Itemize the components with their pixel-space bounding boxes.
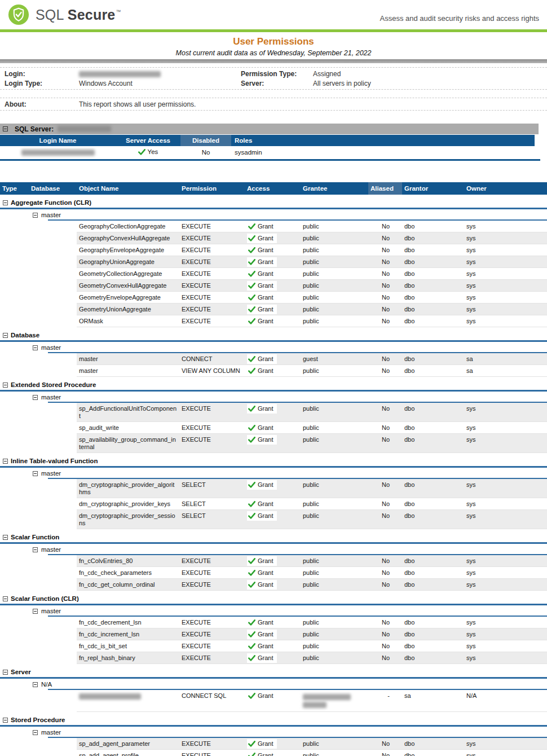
database-cell	[29, 498, 77, 510]
page-title: User Permissions	[0, 36, 547, 47]
type-cell	[0, 510, 29, 529]
access-value: Grant	[258, 318, 274, 325]
aliased-cell: No	[368, 510, 402, 529]
aliased-cell: No	[368, 750, 402, 756]
green-check-icon	[248, 425, 255, 431]
collapse-minus-icon[interactable]	[3, 459, 8, 464]
type-cell	[0, 403, 29, 422]
type-cell	[0, 640, 29, 652]
green-check-icon	[248, 570, 255, 576]
collapse-minus-icon[interactable]	[33, 213, 38, 218]
database-group-header[interactable]: master	[0, 605, 547, 616]
type-group-label: Database	[11, 332, 39, 339]
type-group-header[interactable]: Aggregate Function (CLR)	[0, 197, 547, 208]
roles-cell: sysadmin	[231, 149, 535, 156]
access-cell: Grant	[245, 690, 301, 712]
aliased-cell: No	[368, 280, 402, 292]
access-value: Grant	[258, 569, 274, 577]
collapse-minus-icon[interactable]	[3, 596, 8, 601]
permission-type-section: Scalar Function (CLR) master fn_cdc_decr…	[0, 593, 547, 664]
collapse-minus-icon[interactable]	[33, 730, 38, 735]
collapse-minus-icon[interactable]	[3, 535, 8, 540]
collapse-minus-icon[interactable]	[33, 345, 38, 350]
database-group-header[interactable]: master	[0, 209, 547, 219]
collapse-minus-icon[interactable]	[3, 670, 8, 675]
collapse-minus-icon[interactable]	[3, 200, 8, 205]
green-check-icon	[248, 501, 255, 507]
grantee-cell: public	[301, 628, 368, 640]
grantee-cell: public	[301, 304, 368, 315]
collapse-minus-icon[interactable]	[3, 333, 8, 338]
database-cell	[29, 628, 77, 640]
database-group-header[interactable]: master	[0, 544, 547, 554]
green-check-icon	[248, 482, 255, 488]
object-name-cell: sp_add_agent_profile	[77, 750, 179, 756]
database-group-label: master	[41, 470, 61, 477]
type-group-label: Extended Stored Procedure	[11, 381, 96, 388]
collapse-minus-icon[interactable]	[33, 682, 38, 687]
object-name-cell: master	[77, 365, 179, 377]
type-cell	[0, 555, 29, 567]
type-group-header[interactable]: Server	[0, 666, 547, 677]
collapse-minus-icon[interactable]	[3, 126, 8, 131]
collapse-minus-icon[interactable]	[33, 547, 38, 552]
type-group-header[interactable]: Extended Stored Procedure	[0, 379, 547, 390]
permission-type-section: Inline Table-valued Function master dm_c…	[0, 455, 547, 529]
col-roles: Roles	[231, 137, 535, 144]
access-cell: Grant	[245, 434, 301, 453]
database-group-label: master	[41, 729, 61, 736]
green-check-icon	[248, 619, 255, 626]
sql-server-group-header[interactable]: SQL Server:	[0, 124, 539, 134]
type-group-header[interactable]: Scalar Function	[0, 531, 547, 542]
collapse-minus-icon[interactable]	[3, 383, 8, 388]
collapse-minus-icon[interactable]	[33, 395, 38, 400]
access-value: Grant	[258, 436, 274, 443]
database-group-header[interactable]: master	[0, 392, 547, 402]
permission-cell: VIEW ANY COLUMN	[179, 365, 245, 377]
access-cell: Grant	[245, 292, 301, 304]
login-type-label: Login Type:	[5, 80, 79, 87]
collapse-minus-icon[interactable]	[33, 609, 38, 614]
type-group-header[interactable]: Database	[0, 329, 547, 340]
permissions-table-header: Type Database Object Name Permission Acc…	[0, 182, 547, 195]
section-rows: sp_add_agent_parameter EXECUTE Grant pub…	[0, 738, 547, 756]
access-cell: Grant	[245, 567, 301, 579]
type-group-header[interactable]: Scalar Function (CLR)	[0, 593, 547, 604]
grantee-cell: public	[301, 256, 368, 268]
type-cell	[0, 498, 29, 510]
permission-cell: EXECUTE	[179, 628, 245, 640]
collapse-minus-icon[interactable]	[3, 718, 8, 723]
server-label: Server:	[241, 80, 313, 87]
object-name-cell: fn_cdc_increment_lsn	[77, 628, 179, 640]
access-value: Grant	[258, 512, 274, 520]
report-subtitle: Most current audit data as of Wednesday,…	[0, 49, 547, 57]
database-group-header[interactable]: master	[0, 468, 547, 478]
permission-row: GeometryEnvelopeAggregate EXECUTE Grant …	[0, 292, 547, 304]
database-cell	[29, 640, 77, 652]
access-cell: Grant	[245, 221, 301, 232]
green-check-icon	[248, 306, 255, 313]
type-cell	[0, 365, 29, 377]
permission-cell: SELECT	[179, 479, 245, 498]
permission-row: fn_repl_hash_binary EXECUTE Grant public…	[0, 652, 547, 664]
database-group-header[interactable]: master	[0, 727, 547, 737]
access-value: Grant	[258, 247, 274, 254]
permission-cell: EXECUTE	[179, 434, 245, 453]
type-group-header[interactable]: Stored Procedure	[0, 714, 547, 725]
database-group-label: master	[41, 608, 61, 614]
redacted-text	[79, 71, 161, 77]
permission-row: fn_cdc_decrement_lsn EXECUTE Grant publi…	[0, 617, 547, 628]
type-group-header[interactable]: Inline Table-valued Function	[0, 455, 547, 466]
grantor-cell: dbo	[402, 640, 464, 652]
grantor-cell: dbo	[402, 434, 464, 453]
green-check-icon	[248, 271, 255, 277]
collapse-minus-icon[interactable]	[33, 471, 38, 476]
type-cell	[0, 652, 29, 664]
green-check-icon	[248, 318, 255, 324]
database-group-header[interactable]: N/A	[0, 679, 547, 689]
type-group-label: Stored Procedure	[11, 717, 65, 723]
type-cell	[0, 292, 29, 304]
grantor-cell: dbo	[402, 315, 464, 327]
grantee-cell: public	[301, 640, 368, 652]
database-group-header[interactable]: master	[0, 342, 547, 352]
